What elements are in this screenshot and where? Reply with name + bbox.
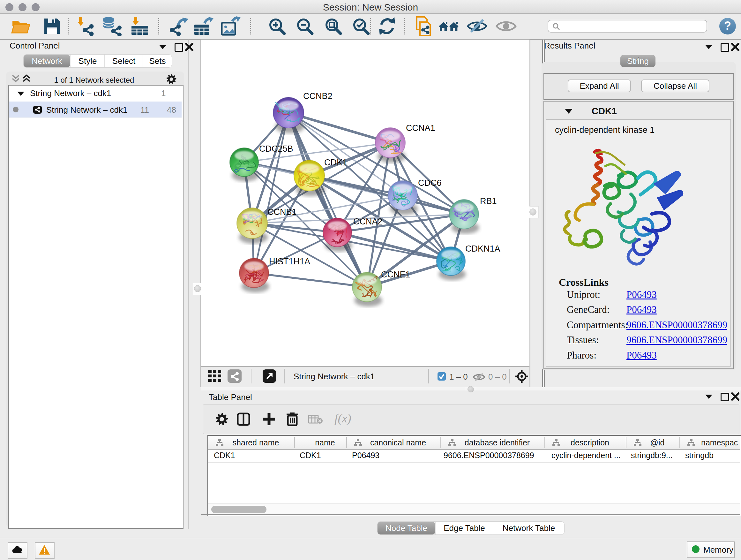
svg-text:CCNB2: CCNB2 (303, 91, 333, 101)
svg-text:CDKN1A: CDKN1A (465, 244, 500, 253)
svg-text:CCNA1: CCNA1 (406, 123, 435, 133)
svg-text:CDK1: CDK1 (324, 158, 347, 167)
svg-text:CDC25B: CDC25B (259, 144, 293, 153)
svg-text:HIST1H1A: HIST1H1A (269, 257, 310, 266)
svg-text:RB1: RB1 (480, 196, 497, 206)
svg-text:CCNE1: CCNE1 (381, 270, 410, 279)
svg-text:CCNB1: CCNB1 (267, 207, 297, 217)
svg-text:CDC6: CDC6 (418, 178, 442, 188)
svg-text:CCNA2: CCNA2 (353, 217, 383, 226)
